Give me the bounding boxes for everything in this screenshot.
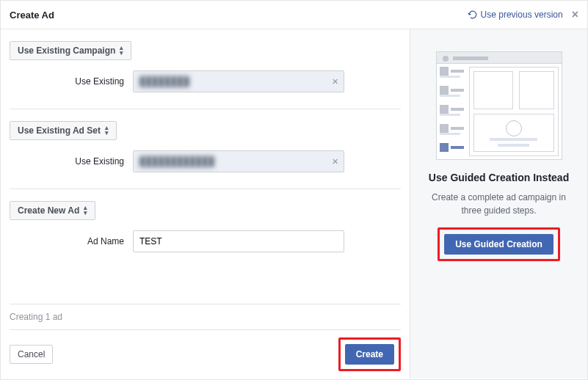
- dialog-footer: Cancel Create: [10, 329, 401, 371]
- adset-mode-dropdown[interactable]: Use Existing Ad Set ▴▾: [10, 121, 117, 140]
- form-panel: Use Existing Campaign ▴▾ Use Existing ██…: [1, 29, 410, 379]
- creating-status: Creating 1 ad: [10, 304, 401, 329]
- campaign-mode-label: Use Existing Campaign: [18, 45, 115, 56]
- divider: [10, 109, 401, 109]
- campaign-field-label: Use Existing: [10, 76, 133, 87]
- revert-icon: [468, 10, 478, 20]
- ad-name-label: Ad Name: [10, 236, 133, 246]
- create-button[interactable]: Create: [345, 344, 394, 365]
- guided-creation-illustration: [436, 51, 562, 160]
- campaign-select-input[interactable]: ████████: [133, 70, 344, 92]
- adset-field-label: Use Existing: [10, 156, 133, 167]
- sort-arrows-icon: ▴▾: [105, 125, 109, 136]
- header-actions: Use previous version ×: [468, 8, 578, 21]
- side-panel: Use Guided Creation Instead Create a com…: [410, 29, 587, 379]
- highlight-annotation: Create: [338, 337, 401, 371]
- highlight-annotation: Use Guided Creation: [438, 227, 560, 261]
- campaign-mode-dropdown[interactable]: Use Existing Campaign ▴▾: [10, 41, 131, 60]
- sort-arrows-icon: ▴▾: [120, 45, 123, 56]
- clear-adset-icon[interactable]: ×: [332, 155, 338, 167]
- side-panel-description: Create a complete ad campaign in three g…: [422, 191, 576, 217]
- use-previous-version-link[interactable]: Use previous version: [468, 10, 563, 20]
- dialog-title: Create Ad: [10, 10, 54, 21]
- close-icon[interactable]: ×: [572, 8, 578, 21]
- dialog-header: Create Ad Use previous version ×: [1, 1, 587, 29]
- use-guided-creation-button[interactable]: Use Guided Creation: [444, 234, 553, 255]
- cancel-button[interactable]: Cancel: [10, 345, 53, 364]
- sort-arrows-icon: ▴▾: [84, 205, 87, 216]
- ad-mode-label: Create New Ad: [18, 205, 79, 216]
- adset-mode-label: Use Existing Ad Set: [18, 125, 101, 136]
- side-panel-title: Use Guided Creation Instead: [422, 172, 576, 183]
- adset-select-input[interactable]: ████████████: [133, 150, 344, 172]
- clear-campaign-icon[interactable]: ×: [332, 75, 338, 87]
- use-previous-version-label: Use previous version: [481, 10, 563, 20]
- ad-mode-dropdown[interactable]: Create New Ad ▴▾: [10, 201, 95, 220]
- campaign-selected-value: ████████: [139, 76, 189, 87]
- ad-name-input[interactable]: [133, 230, 344, 252]
- adset-selected-value: ████████████: [139, 156, 214, 167]
- divider: [10, 189, 401, 189]
